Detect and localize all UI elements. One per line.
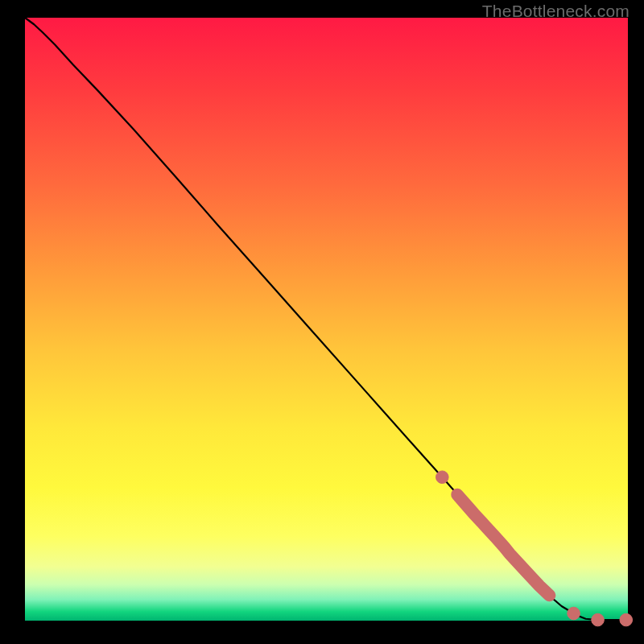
chart-stage: TheBottleneck.com (0, 0, 644, 644)
chart-plot-area (25, 18, 628, 621)
watermark-text: TheBottleneck.com (482, 2, 630, 21)
